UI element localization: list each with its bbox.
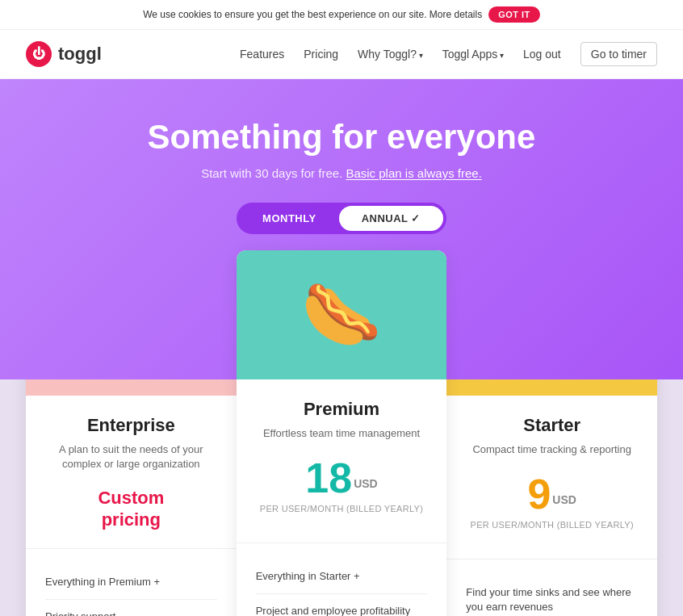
premium-title: Premium bbox=[256, 399, 428, 420]
enterprise-feature-1: Everything in Premium + bbox=[45, 565, 217, 600]
cookie-text: We use cookies to ensure you get the bes… bbox=[143, 9, 482, 20]
premium-feature-2: Project and employee profitability chart… bbox=[256, 594, 428, 616]
enterprise-price-custom: Custom pricing bbox=[45, 488, 217, 530]
starter-subtitle: Compact time tracking & reporting bbox=[466, 442, 638, 457]
nav-toggl-apps[interactable]: Toggl Apps bbox=[442, 48, 504, 61]
nav-links: Features Pricing Why Toggl? Toggl Apps L… bbox=[240, 42, 657, 66]
starter-price: 9USD bbox=[466, 473, 638, 515]
premium-features: Everything in Starter + Project and empl… bbox=[237, 543, 447, 616]
logo-icon: ⏻ bbox=[26, 41, 52, 67]
hero-free-plan-link[interactable]: Basic plan is always free. bbox=[346, 166, 481, 180]
hero-title: Something for everyone bbox=[26, 118, 657, 157]
monthly-toggle-button[interactable]: MONTHLY bbox=[240, 206, 339, 231]
enterprise-feature-2: Priority support bbox=[45, 600, 217, 616]
enterprise-price: Custom pricing bbox=[45, 488, 217, 530]
premium-price: 18USD bbox=[256, 457, 428, 499]
billing-toggle: MONTHLY ANNUAL ✓ bbox=[237, 203, 446, 234]
nav-pricing[interactable]: Pricing bbox=[304, 48, 338, 61]
starter-features: Find your time sinks and see where you e… bbox=[446, 559, 657, 616]
navbar: ⏻ toggl Features Pricing Why Toggl? Togg… bbox=[0, 30, 683, 79]
enterprise-title: Enterprise bbox=[45, 415, 217, 436]
starter-price-period: PER USER/MONTH (BILLED YEARLY) bbox=[466, 520, 638, 530]
starter-feature-1: Find your time sinks and see where you e… bbox=[466, 576, 638, 616]
premium-card: 🌭 Premium Effortless team time managemen… bbox=[237, 250, 447, 616]
premium-feature-1: Everything in Starter + bbox=[256, 559, 428, 594]
logo-text: toggl bbox=[58, 44, 102, 65]
premium-price-number: 18 bbox=[305, 455, 352, 501]
premium-card-image: 🌭 bbox=[237, 250, 447, 379]
hero-subtitle-text: Start with 30 days for free. bbox=[201, 166, 342, 180]
premium-subtitle: Effortless team time management bbox=[256, 426, 428, 441]
logo[interactable]: ⏻ toggl bbox=[26, 41, 102, 67]
starter-price-number: 9 bbox=[527, 471, 551, 518]
premium-price-period: PER USER/MONTH (BILLED YEARLY) bbox=[256, 504, 428, 513]
starter-price-usd: USD bbox=[552, 493, 576, 506]
nav-go-to-timer[interactable]: Go to timer bbox=[580, 42, 657, 66]
starter-card-body: Starter Compact time tracking & reportin… bbox=[446, 396, 657, 559]
nav-features[interactable]: Features bbox=[240, 48, 284, 61]
premium-card-body: Premium Effortless team time management … bbox=[237, 379, 447, 543]
cookie-accept-button[interactable]: GOT IT bbox=[488, 6, 540, 23]
hero-subtitle: Start with 30 days for free. Basic plan … bbox=[26, 166, 657, 180]
enterprise-card-body: Enterprise A plan to suit the needs of y… bbox=[26, 396, 237, 548]
cookie-banner: We use cookies to ensure you get the bes… bbox=[0, 0, 683, 30]
premium-price-usd: USD bbox=[354, 477, 378, 490]
enterprise-custom-line2: pricing bbox=[45, 509, 217, 530]
premium-food-icon: 🌭 bbox=[301, 277, 382, 353]
nav-why-toggl[interactable]: Why Toggl? bbox=[358, 48, 423, 61]
enterprise-subtitle: A plan to suit the needs of your complex… bbox=[45, 442, 217, 471]
enterprise-features: Everything in Premium + Priority support… bbox=[26, 549, 237, 616]
nav-logout[interactable]: Log out bbox=[523, 48, 561, 61]
enterprise-custom-line1: Custom bbox=[45, 488, 217, 509]
annual-toggle-button[interactable]: ANNUAL ✓ bbox=[339, 206, 443, 231]
starter-title: Starter bbox=[466, 415, 638, 436]
